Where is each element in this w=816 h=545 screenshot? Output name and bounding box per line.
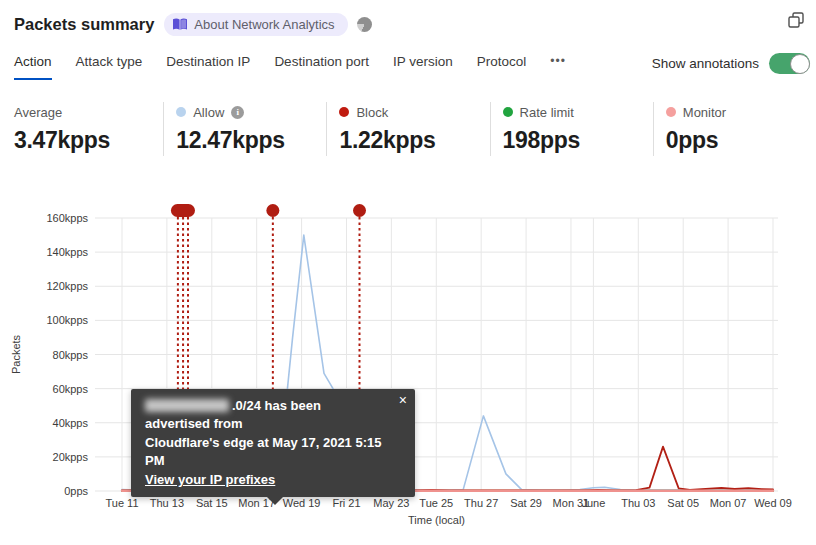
x-tick-label: Sat 05 <box>667 497 699 509</box>
x-tick-label: Mon 07 <box>710 497 747 509</box>
view-ip-prefixes-link[interactable]: View your IP prefixes <box>145 472 275 487</box>
stat-value: 3.47kpps <box>14 127 153 154</box>
book-icon <box>173 18 187 31</box>
tab-protocol[interactable]: Protocol <box>477 54 527 80</box>
annotation-marker-pill[interactable] <box>171 204 195 217</box>
redacted-ip-prefix <box>145 399 229 412</box>
tab-attack-type[interactable]: Attack type <box>76 54 143 80</box>
show-annotations-control: Show annotations <box>652 53 810 80</box>
show-annotations-toggle[interactable] <box>769 53 810 74</box>
x-tick-label: Tue 11 <box>105 497 138 509</box>
stat-label: Average <box>14 105 62 120</box>
annotation-marker-dot[interactable] <box>353 204 366 217</box>
badge-label: About Network Analytics <box>194 17 334 32</box>
x-tick-label: Tue 25 <box>419 497 453 509</box>
tooltip-text-line2: Cloudflare's edge at May 17, 2021 5:15 P… <box>145 435 381 468</box>
stat-monitor: Monitor 0pps <box>653 102 816 156</box>
stat-label: Monitor <box>683 105 726 120</box>
page-title: Packets summary <box>14 15 154 34</box>
about-network-analytics-badge[interactable]: About Network Analytics <box>164 13 347 36</box>
stat-value: 0pps <box>666 127 806 154</box>
x-tick-label: Fri 21 <box>332 497 360 509</box>
stat-value: 1.22kpps <box>339 127 479 154</box>
x-tick-label: Thu 03 <box>621 497 655 509</box>
tabs-overflow-button[interactable]: ••• <box>550 54 566 80</box>
tooltip-close-icon[interactable]: × <box>399 393 407 407</box>
y-axis-title: Packets <box>10 334 22 374</box>
y-tick-label: 20kpps <box>53 451 89 463</box>
x-tick-label: Thu 13 <box>150 497 184 509</box>
tabs: Action Attack type Destination IP Destin… <box>14 54 566 80</box>
x-tick-label: June <box>581 497 605 509</box>
y-tick-label: 60kpps <box>53 383 89 395</box>
stat-rate-limit: Rate limit 198pps <box>490 102 653 156</box>
stat-label: Allow <box>193 105 224 120</box>
stat-label: Rate limit <box>520 105 574 120</box>
stats-row: Average 3.47kpps Allow i 12.47kpps Block… <box>0 102 816 156</box>
monitor-legend-dot <box>666 107 676 117</box>
y-tick-label: 120kpps <box>46 280 88 292</box>
x-axis-title: Time (local) <box>408 514 465 526</box>
x-tick-label: Sat 29 <box>510 497 542 509</box>
annotation-marker-dot[interactable] <box>266 204 279 217</box>
allow-legend-dot <box>176 107 186 117</box>
duplicate-window-icon[interactable] <box>787 11 805 29</box>
x-tick-label: May 23 <box>373 497 409 509</box>
x-tick-label: Wed 19 <box>283 497 321 509</box>
toggle-knob <box>790 54 810 74</box>
stat-label: Block <box>356 105 388 120</box>
y-tick-label: 140kpps <box>46 246 88 258</box>
x-tick-label: Sat 15 <box>196 497 228 509</box>
y-tick-label: 160kpps <box>46 212 88 224</box>
y-tick-label: 40kpps <box>53 417 89 429</box>
tab-ip-version[interactable]: IP version <box>393 54 453 80</box>
rate-limit-legend-dot <box>503 107 513 117</box>
x-tick-label: Wed 09 <box>754 497 792 509</box>
y-tick-label: 0pps <box>64 485 88 497</box>
show-annotations-label: Show annotations <box>652 56 759 71</box>
y-tick-label: 100kpps <box>46 314 88 326</box>
stat-value: 198pps <box>503 127 643 154</box>
tabs-row: Action Attack type Destination IP Destin… <box>0 53 816 80</box>
stat-allow: Allow i 12.47kpps <box>163 102 326 156</box>
pie-chart-icon[interactable] <box>357 17 372 32</box>
tab-destination-ip[interactable]: Destination IP <box>166 54 250 80</box>
tab-destination-port[interactable]: Destination port <box>274 54 369 80</box>
tooltip-text: .0/24 has been advertised from Cloudflar… <box>145 397 389 489</box>
block-legend-dot <box>339 107 349 117</box>
x-tick-label: Thu 27 <box>464 497 498 509</box>
info-icon[interactable]: i <box>231 106 244 119</box>
stat-value: 12.47kpps <box>176 127 316 154</box>
network-analytics-panel: Packets summary About Network Analytics … <box>0 0 816 545</box>
header: Packets summary About Network Analytics <box>0 0 816 36</box>
y-tick-label: 80kpps <box>53 349 89 361</box>
annotation-tooltip: × .0/24 has been advertised from Cloudfl… <box>131 389 415 497</box>
tab-action[interactable]: Action <box>14 54 52 80</box>
stat-average: Average 3.47kpps <box>0 102 163 156</box>
stat-block: Block 1.22kpps <box>326 102 489 156</box>
